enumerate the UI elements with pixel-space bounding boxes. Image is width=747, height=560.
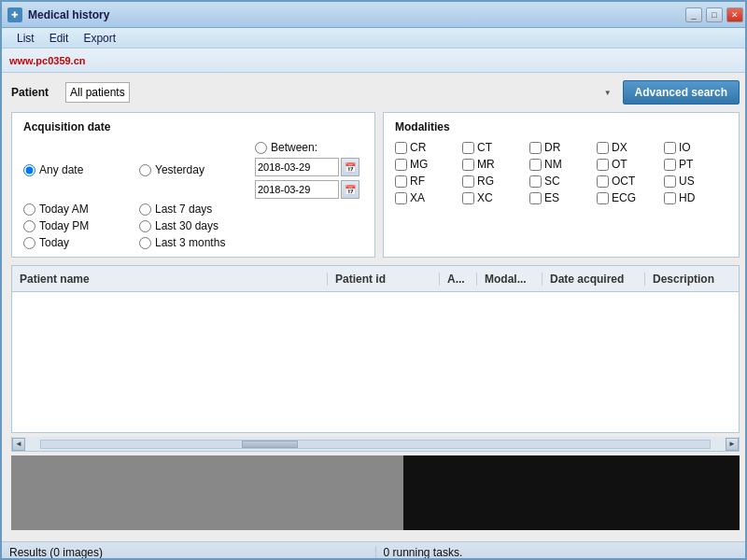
col-patient-name: Patient name — [12, 273, 328, 286]
modality-mg[interactable]: MG — [395, 158, 458, 171]
menu-edit[interactable]: Edit — [42, 30, 77, 47]
modality-mr[interactable]: MR — [462, 158, 526, 171]
advanced-search-button[interactable]: Advanced search — [623, 80, 740, 105]
modality-oct[interactable]: OCT — [597, 175, 660, 188]
col-description: Description — [645, 273, 739, 286]
preview-left — [11, 455, 403, 530]
radio-today[interactable]: Today — [23, 236, 132, 249]
modality-sc[interactable]: SC — [529, 175, 593, 188]
modality-pt[interactable]: PT — [664, 158, 727, 171]
table-header: Patient name Patient id A... Modal... Da… — [12, 266, 739, 292]
menu-list[interactable]: List — [9, 30, 42, 47]
radio-anydate[interactable]: Any date — [23, 141, 132, 199]
status-bar: Results (0 images) 0 running tasks. — [2, 541, 747, 560]
patient-row: Patient All patients Advanced search — [11, 80, 740, 105]
calendar-btn-start[interactable]: 📅 — [341, 158, 359, 176]
patient-select-wrapper: All patients — [65, 82, 615, 103]
between-section: Between: 📅 📅 — [255, 141, 363, 199]
patient-label: Patient — [11, 86, 58, 99]
modality-rf[interactable]: RF — [395, 175, 458, 188]
col-modality: Modal... — [477, 273, 543, 286]
modality-ecg[interactable]: ECG — [597, 191, 660, 204]
app-icon: ✚ — [7, 7, 22, 22]
col-patient-id: Patient id — [328, 273, 440, 286]
calendar-btn-end[interactable]: 📅 — [341, 180, 359, 199]
modality-rg[interactable]: RG — [462, 175, 526, 188]
status-divider — [375, 546, 376, 559]
menu-export[interactable]: Export — [76, 30, 123, 47]
scroll-left-arrow[interactable]: ◄ — [12, 438, 25, 451]
close-button[interactable]: ✕ — [726, 7, 743, 22]
url-bar: www.pc0359.cn — [2, 49, 747, 73]
modality-hd[interactable]: HD — [664, 191, 727, 204]
modality-dr[interactable]: DR — [529, 141, 593, 154]
status-results: Results (0 images) — [9, 546, 368, 559]
acquisition-date-panel: Acquisition date Any date Yesterday — [11, 112, 375, 258]
date-row-1: 📅 — [255, 158, 363, 176]
date-row-2: 📅 — [255, 180, 363, 199]
maximize-button[interactable]: □ — [706, 7, 723, 22]
radio-todaypm[interactable]: Today PM — [23, 219, 132, 232]
modality-xa[interactable]: XA — [395, 191, 458, 204]
status-tasks: 0 running tasks. — [384, 546, 742, 559]
title-bar: ✚ Medical history _ □ ✕ — [2, 2, 747, 28]
modality-es[interactable]: ES — [529, 191, 593, 204]
radio-yesterday[interactable]: Yesterday — [139, 141, 247, 199]
menu-bar: List Edit Export — [2, 28, 747, 49]
horizontal-scrollbar[interactable]: ◄ ► — [11, 437, 740, 452]
modality-us[interactable]: US — [664, 175, 727, 188]
minimize-button[interactable]: _ — [685, 7, 702, 22]
radio-last30[interactable]: Last 30 days — [139, 219, 247, 232]
results-table: Patient name Patient id A... Modal... Da… — [11, 265, 740, 433]
content-area: Patient All patients Advanced search Acq… — [2, 73, 747, 560]
scroll-right-arrow[interactable]: ► — [726, 438, 739, 451]
window-controls: _ □ ✕ — [685, 7, 743, 22]
modalities-grid: CR CT DR DX — [395, 141, 727, 204]
modality-ot[interactable]: OT — [597, 158, 660, 171]
modality-nm[interactable]: NM — [529, 158, 593, 171]
radio-between[interactable]: Between: — [255, 141, 363, 154]
radio-grid: Any date Yesterday Between: 📅 — [23, 141, 363, 249]
radio-last7[interactable]: Last 7 days — [139, 203, 247, 216]
table-body — [12, 292, 739, 432]
between-date-start[interactable] — [255, 158, 339, 176]
col-a: A... — [440, 273, 477, 286]
col-date-acquired: Date acquired — [543, 273, 645, 286]
preview-area — [11, 455, 740, 530]
modality-xc[interactable]: XC — [462, 191, 526, 204]
modalities-title: Modalities — [395, 120, 727, 133]
modality-dx[interactable]: DX — [597, 141, 660, 154]
panels-row: Acquisition date Any date Yesterday — [11, 112, 740, 258]
modalities-panel: Modalities CR CT DR — [383, 112, 740, 258]
patient-select[interactable]: All patients — [65, 82, 130, 103]
modality-io[interactable]: IO — [664, 141, 727, 154]
url-text: www.pc0359.cn — [9, 55, 86, 66]
scrollbar-thumb[interactable] — [242, 441, 298, 448]
acquisition-date-title: Acquisition date — [23, 120, 363, 133]
preview-right — [403, 455, 740, 530]
between-date-end[interactable] — [255, 180, 339, 199]
radio-todayam[interactable]: Today AM — [23, 203, 132, 216]
window-title: Medical history — [28, 8, 109, 21]
radio-last3months[interactable]: Last 3 months — [139, 236, 247, 249]
modality-cr[interactable]: CR — [395, 141, 458, 154]
scrollbar-track[interactable] — [40, 440, 711, 449]
app-window: ✚ Medical history _ □ ✕ List Edit Export… — [2, 2, 747, 560]
modality-ct[interactable]: CT — [462, 141, 526, 154]
